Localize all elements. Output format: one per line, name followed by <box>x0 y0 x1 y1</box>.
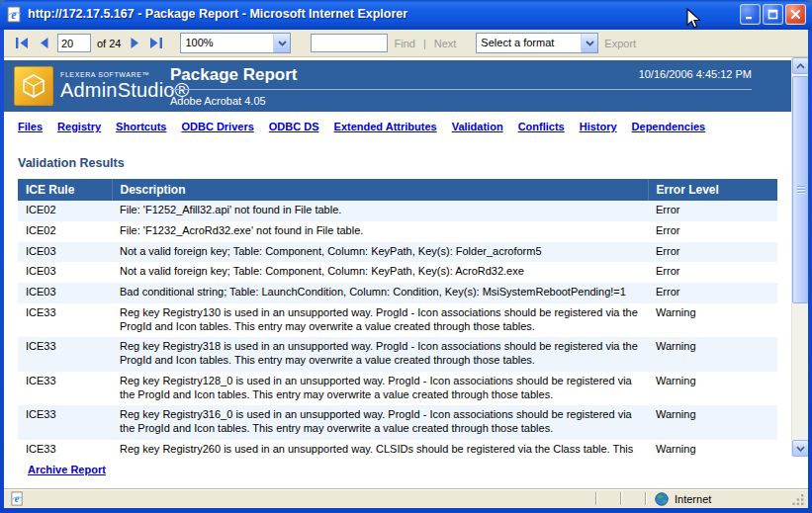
nav-link[interactable]: Validation <box>452 121 503 132</box>
archive-report-link[interactable]: Archive Report <box>28 464 106 475</box>
statusbar-divider <box>645 492 646 505</box>
cell-ice-rule: ICE33 <box>18 405 112 440</box>
resize-grip[interactable] <box>791 492 806 507</box>
nav-link[interactable]: Files <box>18 121 43 132</box>
nav-link[interactable]: Conflicts <box>518 121 565 132</box>
nav-link[interactable]: Registry <box>57 121 101 132</box>
status-pane: e <box>10 491 594 506</box>
nav-link[interactable]: ODBC DS <box>269 121 319 132</box>
cell-ice-rule: ICE33 <box>18 303 112 338</box>
cell-ice-rule: ICE33 <box>18 440 112 457</box>
nav-link[interactable]: ODBC Drivers <box>181 121 253 132</box>
zone-label: Internet <box>675 493 711 505</box>
cell-description: Reg key Registry260 is used in an unsupp… <box>112 440 648 457</box>
adminstudio-logo: FLEXERA SOFTWARE™ AdminStudio® <box>14 66 190 106</box>
cell-error-level: Error <box>648 201 777 221</box>
export-format-select[interactable]: Select a format <box>476 33 598 53</box>
cell-error-level: Warning <box>648 372 777 406</box>
page-count-label: of 24 <box>97 38 121 49</box>
maximize-button[interactable] <box>763 4 783 25</box>
table-row: ICE02 File: 'F1232_AcroRd32.exe' not fou… <box>18 221 777 242</box>
cell-description: File: 'F1252_Afill32.api' not found in F… <box>112 201 648 221</box>
report-toolbar: of 24 100% Find | Next Select a format <box>4 30 808 57</box>
page-number-input[interactable] <box>57 34 91 52</box>
zoom-select[interactable]: 100% <box>180 33 291 53</box>
cell-ice-rule: ICE03 <box>18 242 112 263</box>
find-button[interactable]: Find <box>394 38 414 49</box>
nav-link[interactable]: Extended Attributes <box>334 121 437 132</box>
table-row: ICE03 Not a valid foreign key; Table: Co… <box>18 242 777 263</box>
globe-icon <box>655 492 669 506</box>
find-next-separator: | <box>423 38 426 49</box>
table-row: ICE03 Bad conditional string; Table: Lau… <box>18 283 777 303</box>
last-page-button[interactable] <box>148 36 164 51</box>
table-row: ICE02 File: 'F1252_Afill32.api' not foun… <box>18 201 777 221</box>
section-heading: Validation Results <box>18 156 791 170</box>
table-row: ICE33 Reg key Registry316_0 is used in a… <box>18 405 777 440</box>
svg-text:e: e <box>15 493 20 504</box>
chevron-down-icon[interactable] <box>273 34 290 52</box>
ie-page-icon: e <box>6 6 23 23</box>
cell-description: Not a valid foreign key; Table: Componen… <box>112 242 648 263</box>
cell-ice-rule: ICE03 <box>18 283 112 303</box>
report-banner: FLEXERA SOFTWARE™ AdminStudio® Package R… <box>4 60 791 112</box>
next-result-button[interactable]: Next <box>434 38 457 49</box>
browser-window: e http://172.17.5.167 - Package Report -… <box>0 0 812 513</box>
cell-description: Not a valid foreign key; Table: Componen… <box>112 262 648 283</box>
chevron-down-icon[interactable] <box>581 34 597 52</box>
cell-description: Reg key Registry318 is used in an unsupp… <box>112 337 648 372</box>
column-header: Description <box>112 179 648 201</box>
statusbar: e Internet <box>4 488 808 508</box>
zoom-value: 100% <box>181 34 273 52</box>
cell-ice-rule: ICE03 <box>18 262 112 283</box>
cell-error-level: Warning <box>648 440 777 457</box>
table-row: ICE33 Reg key Registry130 is used in an … <box>18 303 777 338</box>
cell-description: Reg key Registry316_0 is used in an unsu… <box>112 405 648 440</box>
column-header: Error Level <box>648 179 777 201</box>
cell-ice-rule: ICE02 <box>18 201 112 221</box>
security-zone-pane: Internet <box>647 492 791 506</box>
report-frame: FLEXERA SOFTWARE™ AdminStudio® Package R… <box>4 57 808 457</box>
ie-icon: e <box>10 491 25 506</box>
cell-error-level: Error <box>648 221 777 242</box>
next-page-button[interactable] <box>127 36 142 51</box>
cell-description: File: 'F1232_AcroRd32.exe' not found in … <box>112 221 648 242</box>
cell-description: Reg key Registry130 is used in an unsupp… <box>112 303 648 338</box>
scroll-down-button[interactable] <box>792 440 808 457</box>
svg-text:e: e <box>11 7 17 21</box>
cell-description: Bad conditional string; Table: LaunchCon… <box>112 283 648 303</box>
export-button[interactable]: Export <box>604 38 636 49</box>
report-datetime: 10/16/2006 4:45:12 PM <box>639 68 752 80</box>
nav-link[interactable]: Dependencies <box>632 121 706 132</box>
find-input[interactable] <box>311 34 388 52</box>
cell-error-level: Error <box>648 262 777 283</box>
statusbar-divider <box>595 492 596 505</box>
status-pane-small <box>597 490 619 507</box>
cell-error-level: Error <box>648 283 777 303</box>
table-header-row: ICE RuleDescriptionError Level <box>18 179 777 201</box>
table-row: ICE33 Reg key Registry260 is used in an … <box>18 440 777 457</box>
table-row: ICE33 Reg key Registry128_0 is used in a… <box>18 372 777 406</box>
scroll-up-button[interactable] <box>792 57 808 74</box>
nav-links: FilesRegistryShortcutsODBC DriversODBC D… <box>18 121 781 132</box>
adminstudio-cube-icon <box>14 66 53 106</box>
first-page-button[interactable] <box>14 36 30 51</box>
package-name: Adobe Acrobat 4.05 <box>170 95 752 107</box>
export-format-value: Select a format <box>477 34 581 52</box>
cell-ice-rule: ICE33 <box>18 372 112 406</box>
nav-link[interactable]: Shortcuts <box>116 121 166 132</box>
below-report-area: Archive Report <box>4 457 808 488</box>
vertical-scrollbar[interactable] <box>791 57 808 457</box>
titlebar: e http://172.17.5.167 - Package Report -… <box>0 0 812 30</box>
window-title: http://172.17.5.167 - Package Report - M… <box>28 7 740 21</box>
minimize-button[interactable] <box>740 4 761 25</box>
close-button[interactable] <box>785 4 806 25</box>
cell-error-level: Warning <box>648 303 777 338</box>
nav-link[interactable]: History <box>580 121 617 132</box>
validation-results-table: ICE RuleDescriptionError Level ICE02 Fil… <box>18 179 777 457</box>
cell-error-level: Warning <box>648 405 777 440</box>
cell-ice-rule: ICE33 <box>18 337 112 372</box>
cell-description: Reg key Registry128_0 is used in an unsu… <box>112 372 648 406</box>
previous-page-button[interactable] <box>36 36 51 51</box>
scrollbar-thumb[interactable] <box>792 76 808 303</box>
